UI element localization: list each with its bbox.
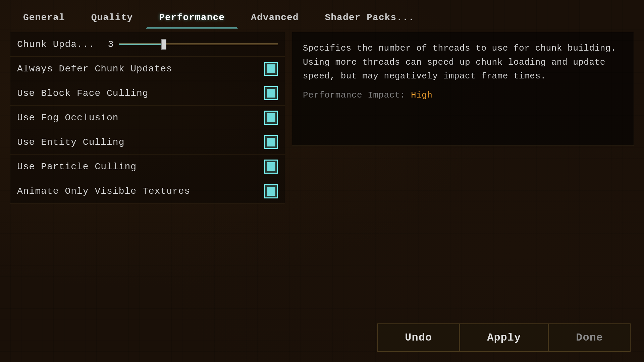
undo-button[interactable]: Undo	[377, 323, 460, 352]
bottom-bar: Undo Apply Done	[377, 323, 631, 352]
chunk-updates-value: 3	[100, 39, 113, 50]
slider-thumb[interactable]	[161, 39, 166, 50]
chunk-updates-label: Chunk Upda...	[17, 39, 95, 50]
content-area: Chunk Upda... 3 Always Defer Chunk Updat…	[10, 32, 634, 204]
animate-only-visible-textures-checkbox[interactable]	[264, 184, 278, 198]
use-entity-culling-label: Use Entity Culling	[17, 137, 124, 147]
use-particle-culling-checkbox[interactable]	[264, 160, 278, 174]
settings-panel: Chunk Upda... 3 Always Defer Chunk Updat…	[10, 32, 285, 204]
use-entity-culling-row[interactable]: Use Entity Culling	[10, 130, 285, 155]
description-panel: Specifies the number of threads to use f…	[292, 32, 634, 146]
tab-advanced[interactable]: Advanced	[238, 7, 312, 28]
always-defer-chunk-updates-label: Always Defer Chunk Updates	[17, 64, 172, 74]
use-entity-culling-checkbox[interactable]	[264, 135, 278, 149]
use-particle-culling-label: Use Particle Culling	[17, 162, 137, 172]
animate-only-visible-textures-row[interactable]: Animate Only Visible Textures	[10, 179, 285, 203]
chunk-updates-slider[interactable]	[119, 43, 278, 45]
chunk-updates-row[interactable]: Chunk Upda... 3	[10, 32, 285, 57]
performance-impact: Performance Impact: High	[303, 90, 623, 100]
use-block-face-culling-row[interactable]: Use Block Face Culling	[10, 81, 285, 106]
tab-shader-packs[interactable]: Shader Packs...	[312, 7, 428, 28]
done-button[interactable]: Done	[548, 323, 631, 352]
always-defer-chunk-updates-checkbox[interactable]	[264, 62, 278, 76]
use-fog-occlusion-checkbox[interactable]	[264, 111, 278, 125]
use-block-face-culling-checkbox[interactable]	[264, 86, 278, 100]
always-defer-chunk-updates-row[interactable]: Always Defer Chunk Updates	[10, 57, 285, 81]
use-particle-culling-row[interactable]: Use Particle Culling	[10, 155, 285, 179]
apply-button[interactable]: Apply	[460, 323, 548, 352]
tab-general[interactable]: General	[10, 7, 78, 28]
use-fog-occlusion-row[interactable]: Use Fog Occlusion	[10, 106, 285, 130]
use-fog-occlusion-label: Use Fog Occlusion	[17, 113, 119, 123]
description-text: Specifies the number of threads to use f…	[303, 42, 623, 83]
tab-bar: General Quality Performance Advanced Sha…	[10, 7, 634, 28]
animate-only-visible-textures-label: Animate Only Visible Textures	[17, 186, 190, 196]
tab-quality[interactable]: Quality	[78, 7, 146, 28]
impact-value: High	[411, 90, 432, 100]
tab-performance[interactable]: Performance	[146, 7, 238, 28]
use-block-face-culling-label: Use Block Face Culling	[17, 88, 149, 99]
slider-fill	[119, 44, 163, 45]
